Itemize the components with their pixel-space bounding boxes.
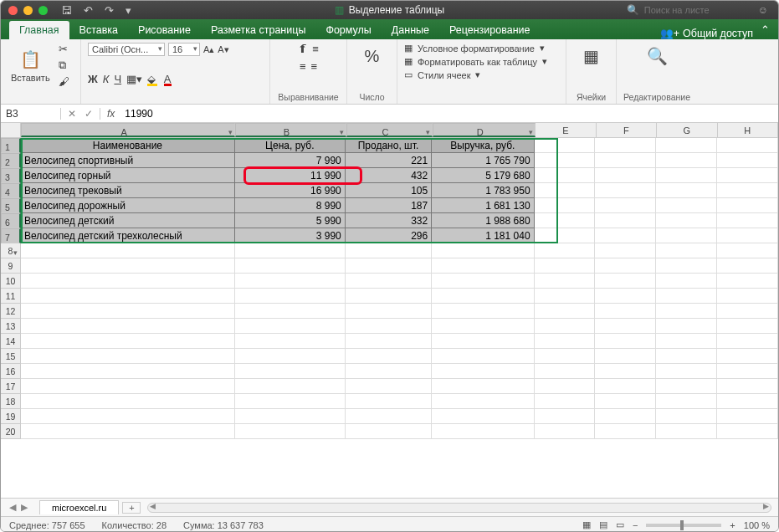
collapse-ribbon-icon[interactable]: ⌃ [761,23,770,36]
cell-B9[interactable] [235,258,346,274]
cell-F17[interactable] [595,379,656,394]
cell-E10[interactable] [535,274,596,289]
cell-F19[interactable] [595,409,656,424]
cancel-formula-icon[interactable]: ✕ [68,108,76,120]
cell-E19[interactable] [535,409,596,424]
cell-H13[interactable] [717,319,778,334]
cell-D16[interactable] [432,364,534,379]
cell-A18[interactable] [21,394,235,409]
row-header-20[interactable]: 20 [1,424,21,439]
cell-G3[interactable] [656,168,717,183]
sheet-nav-next-icon[interactable]: ▶ [21,502,28,513]
number-format-button[interactable]: % [354,43,390,69]
cell-E13[interactable] [535,319,596,334]
row-header-1[interactable]: 1 [1,138,21,153]
user-account-icon[interactable]: ☺ [758,4,768,16]
cell-D18[interactable] [432,394,534,409]
row-header-7[interactable]: 7 [1,228,21,243]
cell-D13[interactable] [432,319,534,334]
cell-H8[interactable] [717,243,778,258]
sheet-nav-prev-icon[interactable]: ◀ [9,502,16,513]
select-all-corner[interactable] [1,123,21,138]
row-header-15[interactable]: 15 [1,349,21,364]
cell-G2[interactable] [656,153,717,168]
cell-D2[interactable]: 1 765 790 [432,153,534,168]
cell-A10[interactable] [21,274,235,289]
cell-A12[interactable] [21,304,235,319]
cell-A2[interactable]: Велосипед спортивный [21,153,235,168]
cell-F18[interactable] [595,394,656,409]
row-header-19[interactable]: 19 [1,409,21,424]
cell-F2[interactable] [595,153,656,168]
cell-B10[interactable] [235,274,346,289]
cell-styles-button[interactable]: ▭Стили ячеек▾ [404,69,559,80]
cell-F14[interactable] [595,334,656,349]
cell-H10[interactable] [717,274,778,289]
cell-G18[interactable] [656,394,717,409]
cell-H18[interactable] [717,394,778,409]
cell-B12[interactable] [235,304,346,319]
cell-D9[interactable] [432,258,534,274]
cell-B14[interactable] [235,334,346,349]
cell-E5[interactable] [535,198,596,213]
cell-H14[interactable] [717,334,778,349]
add-sheet-button[interactable]: + [122,502,141,514]
row-header-9[interactable]: 9 [1,258,21,274]
col-header-A[interactable]: A [21,123,235,137]
cell-H11[interactable] [717,289,778,304]
cell-E15[interactable] [535,349,596,364]
cell-C5[interactable]: 187 [346,198,432,213]
cell-G15[interactable] [656,349,717,364]
cell-D4[interactable]: 1 783 950 [432,183,534,198]
cell-F3[interactable] [595,168,656,183]
cell-B11[interactable] [235,289,346,304]
cell-G16[interactable] [656,364,717,379]
zoom-out-icon[interactable]: − [633,520,638,530]
cell-B3[interactable]: 11 990 [235,168,346,183]
cell-A8[interactable] [21,243,235,258]
cell-B1[interactable]: Цена, руб. [235,138,346,153]
row-header-2[interactable]: 2 [1,153,21,168]
cell-D8[interactable] [432,243,534,258]
cell-B8[interactable] [235,243,346,258]
col-header-H[interactable]: H [718,123,778,137]
tab-draw[interactable]: Рисование [128,21,201,39]
tab-data[interactable]: Данные [382,21,439,39]
cell-C13[interactable] [346,319,432,334]
cell-H3[interactable] [717,168,778,183]
cell-E20[interactable] [535,424,596,439]
cell-G9[interactable] [656,258,717,274]
cell-B2[interactable]: 7 990 [235,153,346,168]
format-painter-icon[interactable]: 🖌 [59,75,69,88]
col-header-D[interactable]: D [433,123,536,137]
cell-F20[interactable] [595,424,656,439]
cell-F16[interactable] [595,364,656,379]
cell-G11[interactable] [656,289,717,304]
cell-B16[interactable] [235,364,346,379]
cell-E6[interactable] [535,213,596,228]
cell-A9[interactable] [21,258,235,274]
cell-C9[interactable] [346,258,432,274]
cell-B7[interactable]: 3 990 [235,228,346,243]
enter-formula-icon[interactable]: ✓ [85,108,93,120]
cell-C10[interactable] [346,274,432,289]
cell-A4[interactable]: Велосипед трековый [21,183,235,198]
cell-B17[interactable] [235,379,346,394]
paste-button[interactable]: 📋 Вставить [8,46,54,84]
row-header-17[interactable]: 17 [1,379,21,394]
cell-A16[interactable] [21,364,235,379]
cell-A5[interactable]: Велосипед дорожный [21,198,235,213]
cell-F13[interactable] [595,319,656,334]
cell-C15[interactable] [346,349,432,364]
fx-icon[interactable]: fx [100,108,121,120]
name-box[interactable]: B3 [1,108,61,120]
tab-formulas[interactable]: Формулы [315,21,381,39]
window-close[interactable] [8,6,18,15]
cell-C16[interactable] [346,364,432,379]
cell-A1[interactable]: Наименование [21,138,235,153]
redo-icon[interactable]: ↷ [105,4,114,17]
cell-A19[interactable] [21,409,235,424]
increase-font-icon[interactable]: A▴ [203,44,214,55]
conditional-formatting-button[interactable]: ▦Условное форматирование▾ [404,43,559,54]
cell-D14[interactable] [432,334,534,349]
